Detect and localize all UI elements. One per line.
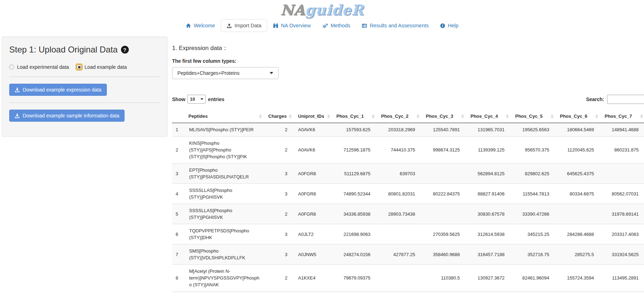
column-header-uniprot_ids[interactable]: Uniprot_IDs	[295, 110, 333, 123]
radio-label: Load example data	[84, 64, 127, 70]
cell-charge: 3	[265, 244, 295, 265]
sort-icon[interactable]	[289, 115, 292, 118]
column-header-phos_cyc_6[interactable]: Phos_Cyc_6	[556, 110, 601, 123]
search-input[interactable]	[607, 95, 644, 104]
column-header-label: Uniprot_IDs	[298, 114, 324, 119]
cell-phos-cyc-1: 712596.1875	[333, 137, 378, 164]
cell-phos-cyc-1: 511129.6875	[333, 164, 378, 184]
cell-phos-cyc-1: 157593.625	[333, 123, 378, 137]
column-types-select[interactable]: Peptides+Charges+Proteins	[172, 67, 279, 79]
table-row[interactable]: 4SSSSLLAS[Phospho (STY)]PGHISVK3A0FGR874…	[172, 184, 644, 204]
tab-methods[interactable]: Methods	[317, 19, 356, 32]
tab-help[interactable]: Help	[434, 19, 464, 32]
tab-label: Results and Assessments	[370, 23, 429, 28]
sort-icon[interactable]	[461, 115, 464, 118]
column-header-peptides[interactable]: Peptides	[185, 110, 265, 123]
download-icon	[15, 113, 20, 118]
question-circle-icon[interactable]: ?	[121, 46, 129, 54]
cell-phos-cyc-7: 31978.69141	[601, 204, 644, 224]
sort-icon[interactable]	[640, 115, 643, 118]
cell-phos-cyc-4: 562894.8125	[467, 164, 512, 184]
cell-row-number: 2	[172, 137, 185, 164]
column-header-phos_cyc_7[interactable]: Phos_Cyc_7	[601, 110, 644, 123]
page-length-select[interactable]: 10	[187, 95, 206, 104]
cell-uniprot-id: A0AVK6	[295, 123, 333, 137]
cell-uniprot-id: A0JLT2	[295, 224, 333, 244]
tab-import-data[interactable]: Import Data	[221, 19, 267, 32]
cell-phos-cyc-4: 130927.3672	[467, 265, 512, 292]
table-row[interactable]: 6TQDPVPPETPSDS[Phospho (STY)]DHK3A0JLT22…	[172, 224, 644, 244]
cell-phos-cyc-4: 88827.91406	[467, 184, 512, 204]
sort-icon[interactable]	[327, 115, 330, 118]
column-header-phos_cyc_4[interactable]: Phos_Cyc_4	[467, 110, 512, 123]
sort-icon[interactable]	[551, 115, 554, 118]
cell-uniprot-id	[295, 292, 333, 293]
sort-icon[interactable]	[506, 115, 509, 118]
show-label: Show	[172, 96, 185, 102]
column-header-label: Peptides	[188, 114, 208, 119]
column-header-charges[interactable]: Charges	[265, 110, 295, 123]
import-data-panel: 1. Expression data： The first few column…	[172, 37, 644, 293]
table-row[interactable]: 2KINS[Phospho (STY)]APS[Phospho (STY)]S[…	[172, 137, 644, 164]
column-header-label: Charges	[268, 114, 287, 119]
cell-row-number: 7	[172, 244, 185, 265]
tab-na-overview[interactable]: NA Overview	[267, 19, 317, 32]
upload-panel: Step 1: Upload Original Data ? Load expe…	[2, 37, 167, 137]
cell-phos-cyc-3: 358460.9688	[422, 244, 467, 265]
cell-phos-cyc-7: 113495.2891	[601, 265, 644, 292]
cell-phos-cyc-2: 744410.375	[378, 137, 422, 164]
radio-load-experimental-data[interactable]: Load experimental data	[9, 64, 69, 70]
radio-load-example-data[interactable]: Load example data	[77, 64, 127, 70]
download-expression-data-button[interactable]: Download example expression data	[9, 84, 107, 96]
home-icon	[186, 23, 191, 28]
cell-phos-cyc-6: 645625.4375	[556, 164, 601, 184]
column-header-phos_cyc_2[interactable]: Phos_Cyc_2	[378, 110, 422, 123]
cell-phos-cyc-6	[556, 292, 601, 293]
cell-uniprot-id: A0AVK6	[295, 137, 333, 164]
download-sample-information-label: Download example sample information data	[23, 113, 119, 118]
cell-phos-cyc-5: 345215.25	[512, 224, 556, 244]
cell-phos-cyc-4: 1139399.125	[467, 137, 512, 164]
info-icon	[440, 23, 445, 28]
page-length-control: Show 10 entries	[172, 95, 644, 104]
sort-icon[interactable]	[372, 115, 375, 118]
cell-phos-cyc-2	[378, 292, 422, 293]
cell-phos-cyc-3: 270359.5625	[422, 224, 467, 244]
cell-phos-cyc-6: 285275.5	[556, 244, 601, 265]
column-header-phos_cyc_3[interactable]: Phos_Cyc_3	[422, 110, 467, 123]
sort-icon[interactable]	[259, 115, 262, 118]
column-header-phos_cyc_1[interactable]: Phos_Cyc_1	[333, 110, 378, 123]
cell-phos-cyc-5: 352716.75	[512, 244, 556, 265]
cell-charge: 3	[265, 164, 295, 184]
column-header-phos_cyc_5[interactable]: Phos_Cyc_5	[512, 110, 556, 123]
table-row[interactable]: 3EPT[Phospho (STY)]PSIASDISLPIATQELR3A0F…	[172, 164, 644, 184]
column-types-selected-value: Peptides+Charges+Proteins	[177, 70, 240, 76]
app-logo-guider: guideR	[305, 1, 364, 18]
cell-phos-cyc-2: 28903.73438	[378, 204, 422, 224]
cell-phos-cyc-5	[512, 292, 556, 293]
table-row[interactable]: 8M[Acetyl (Protein N-term)]NPVYSPGSSGVPY…	[172, 265, 644, 292]
radio-unselected-icon[interactable]	[9, 65, 14, 70]
tab-results-and-assessments[interactable]: Results and Assessments	[356, 19, 434, 32]
cell-uniprot-id: A0JNW5	[295, 244, 333, 265]
table-row[interactable]: 5SSSSLLAS[Phospho (STY)]PGHISVK2A0FGR834…	[172, 204, 644, 224]
cell-phos-cyc-4: 312614.5938	[467, 224, 512, 244]
table-row[interactable]	[172, 292, 644, 293]
sort-icon[interactable]	[595, 115, 598, 118]
cell-peptide: SMS[Phospho (STY)]VDLSHIPLKDPLLFK	[185, 244, 265, 265]
cell-row-number	[172, 292, 185, 293]
expression-data-heading: 1. Expression data：	[172, 44, 644, 52]
radio-selected-icon[interactable]	[77, 65, 82, 70]
cell-peptide: KINS[Phospho (STY)]APS[Phospho (STY)]S[P…	[185, 137, 265, 164]
sort-icon[interactable]	[417, 115, 419, 118]
download-sample-information-button[interactable]: Download example sample information data	[9, 110, 125, 122]
column-header-rownum	[172, 110, 185, 123]
data-source-radio-group: Load experimental dataLoad example data	[9, 64, 160, 70]
tab-welcome[interactable]: Welcome	[180, 19, 221, 32]
tab-label: Methods	[331, 23, 351, 28]
radio-label: Load experimental data	[17, 64, 69, 70]
table-row[interactable]: 1MLISAVS[Phospho (STY)]PEIR2A0AVK6157593…	[172, 123, 644, 137]
cell-phos-cyc-7	[601, 292, 644, 293]
table-row[interactable]: 7SMS[Phospho (STY)]VDLSHIPLKDPLLFK3A0JNW…	[172, 244, 644, 265]
entries-label: entries	[208, 96, 224, 102]
